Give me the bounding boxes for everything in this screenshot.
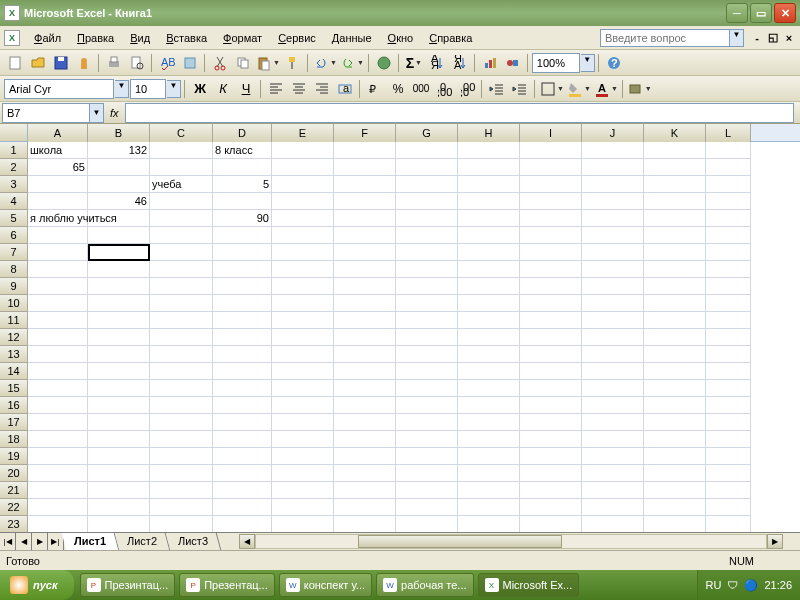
permission-button[interactable] bbox=[73, 52, 95, 74]
cell-G17[interactable] bbox=[396, 414, 458, 431]
cell-A21[interactable] bbox=[28, 482, 88, 499]
cell-L23[interactable] bbox=[706, 516, 751, 532]
cell-B5[interactable] bbox=[88, 210, 150, 227]
cell-D14[interactable] bbox=[213, 363, 272, 380]
cell-I20[interactable] bbox=[520, 465, 582, 482]
doc-restore[interactable]: ◱ bbox=[766, 31, 780, 45]
column-header-K[interactable]: K bbox=[644, 124, 706, 142]
cell-J6[interactable] bbox=[582, 227, 644, 244]
row-header-4[interactable]: 4 bbox=[0, 193, 28, 210]
cell-H22[interactable] bbox=[458, 499, 520, 516]
cell-L8[interactable] bbox=[706, 261, 751, 278]
cell-I5[interactable] bbox=[520, 210, 582, 227]
row-header-5[interactable]: 5 bbox=[0, 210, 28, 227]
cell-D12[interactable] bbox=[213, 329, 272, 346]
maximize-button[interactable]: ▭ bbox=[750, 3, 772, 23]
cell-D16[interactable] bbox=[213, 397, 272, 414]
cell-F17[interactable] bbox=[334, 414, 396, 431]
percent-button[interactable]: % bbox=[387, 78, 409, 100]
cell-G9[interactable] bbox=[396, 278, 458, 295]
help-button[interactable]: ? bbox=[603, 52, 625, 74]
cell-H17[interactable] bbox=[458, 414, 520, 431]
cell-D1[interactable]: 8 класс bbox=[213, 142, 272, 159]
cell-J13[interactable] bbox=[582, 346, 644, 363]
cell-D11[interactable] bbox=[213, 312, 272, 329]
cell-F3[interactable] bbox=[334, 176, 396, 193]
cell-I19[interactable] bbox=[520, 448, 582, 465]
cell-G15[interactable] bbox=[396, 380, 458, 397]
tab-first-button[interactable]: |◀ bbox=[0, 533, 16, 550]
cell-K2[interactable] bbox=[644, 159, 706, 176]
cell-E14[interactable] bbox=[272, 363, 334, 380]
help-dropdown[interactable]: ▼ bbox=[730, 29, 744, 47]
menu-вид[interactable]: Вид bbox=[122, 30, 158, 46]
increase-indent-button[interactable] bbox=[509, 78, 531, 100]
cell-F5[interactable] bbox=[334, 210, 396, 227]
column-header-F[interactable]: F bbox=[334, 124, 396, 142]
column-header-E[interactable]: E bbox=[272, 124, 334, 142]
row-header-8[interactable]: 8 bbox=[0, 261, 28, 278]
cell-D23[interactable] bbox=[213, 516, 272, 532]
cell-E18[interactable] bbox=[272, 431, 334, 448]
autosum-button[interactable]: Σ▼ bbox=[403, 52, 425, 74]
cell-F19[interactable] bbox=[334, 448, 396, 465]
cell-I1[interactable] bbox=[520, 142, 582, 159]
cell-J14[interactable] bbox=[582, 363, 644, 380]
cell-L14[interactable] bbox=[706, 363, 751, 380]
cell-G22[interactable] bbox=[396, 499, 458, 516]
cell-A12[interactable] bbox=[28, 329, 88, 346]
cell-A22[interactable] bbox=[28, 499, 88, 516]
cell-D17[interactable] bbox=[213, 414, 272, 431]
taskbar-item[interactable]: Wрабочая те... bbox=[376, 573, 473, 597]
cell-F23[interactable] bbox=[334, 516, 396, 532]
cell-C23[interactable] bbox=[150, 516, 213, 532]
cell-H19[interactable] bbox=[458, 448, 520, 465]
cell-I16[interactable] bbox=[520, 397, 582, 414]
cell-E15[interactable] bbox=[272, 380, 334, 397]
cell-J23[interactable] bbox=[582, 516, 644, 532]
cell-F11[interactable] bbox=[334, 312, 396, 329]
help-search-input[interactable] bbox=[600, 29, 730, 47]
cell-G8[interactable] bbox=[396, 261, 458, 278]
row-header-22[interactable]: 22 bbox=[0, 499, 28, 516]
row-header-1[interactable]: 1 bbox=[0, 142, 28, 159]
language-indicator[interactable]: RU bbox=[706, 579, 722, 591]
redo-button[interactable]: ▼ bbox=[339, 52, 365, 74]
cell-B8[interactable] bbox=[88, 261, 150, 278]
cell-L20[interactable] bbox=[706, 465, 751, 482]
cell-L5[interactable] bbox=[706, 210, 751, 227]
row-header-6[interactable]: 6 bbox=[0, 227, 28, 244]
cell-C11[interactable] bbox=[150, 312, 213, 329]
sort-desc-button[interactable]: ЯA bbox=[449, 52, 471, 74]
cell-I22[interactable] bbox=[520, 499, 582, 516]
cell-D4[interactable] bbox=[213, 193, 272, 210]
cell-K12[interactable] bbox=[644, 329, 706, 346]
cell-J2[interactable] bbox=[582, 159, 644, 176]
cell-G7[interactable] bbox=[396, 244, 458, 261]
cell-L7[interactable] bbox=[706, 244, 751, 261]
cell-E13[interactable] bbox=[272, 346, 334, 363]
italic-button[interactable]: К bbox=[212, 78, 234, 100]
print-button[interactable] bbox=[103, 52, 125, 74]
cell-A10[interactable] bbox=[28, 295, 88, 312]
cell-L16[interactable] bbox=[706, 397, 751, 414]
cell-K11[interactable] bbox=[644, 312, 706, 329]
column-header-L[interactable]: L bbox=[706, 124, 751, 142]
cell-H1[interactable] bbox=[458, 142, 520, 159]
cell-B2[interactable] bbox=[88, 159, 150, 176]
cut-button[interactable] bbox=[209, 52, 231, 74]
cell-F16[interactable] bbox=[334, 397, 396, 414]
cell-C20[interactable] bbox=[150, 465, 213, 482]
cell-H13[interactable] bbox=[458, 346, 520, 363]
cell-C16[interactable] bbox=[150, 397, 213, 414]
cell-C2[interactable] bbox=[150, 159, 213, 176]
drawing-button[interactable] bbox=[502, 52, 524, 74]
cell-D13[interactable] bbox=[213, 346, 272, 363]
cell-I7[interactable] bbox=[520, 244, 582, 261]
cell-G19[interactable] bbox=[396, 448, 458, 465]
formula-bar[interactable] bbox=[125, 103, 794, 123]
cell-G3[interactable] bbox=[396, 176, 458, 193]
cell-C14[interactable] bbox=[150, 363, 213, 380]
cell-C12[interactable] bbox=[150, 329, 213, 346]
cell-J21[interactable] bbox=[582, 482, 644, 499]
